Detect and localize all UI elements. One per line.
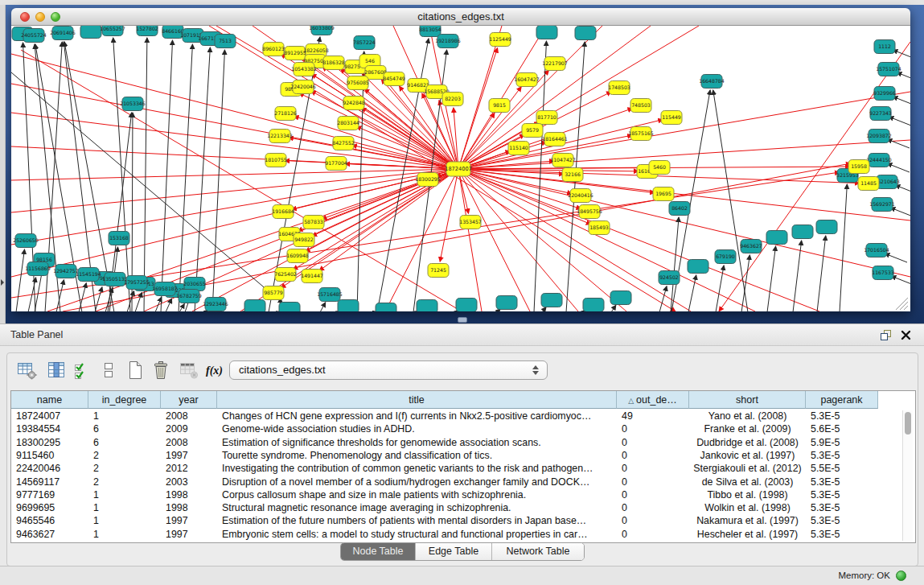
graph-node[interactable]: 12444150 — [866, 154, 892, 167]
table-row[interactable]: 946362711997Embryonic stem cells: a mode… — [11, 528, 915, 541]
graph-node[interactable]: 12093872 — [866, 130, 892, 143]
column-header-title[interactable]: title — [217, 391, 617, 409]
tab-edge-table[interactable]: Edge Table — [416, 543, 492, 560]
table-row[interactable]: 911546021997Tourette syndrome. Phenomeno… — [11, 449, 915, 462]
graph-node[interactable]: 7625402 — [274, 268, 297, 282]
table-row[interactable]: 969969511998Structural magnetic resonanc… — [11, 501, 915, 514]
graph-node[interactable]: 18575165 — [628, 127, 654, 141]
graph-node[interactable]: 11485 — [858, 177, 879, 191]
graph-node[interactable]: 949822 — [294, 233, 314, 247]
row-view-icon[interactable] — [97, 360, 119, 381]
graph-node[interactable]: 12923446 — [203, 298, 228, 311]
graph-node[interactable]: 9242848 — [343, 97, 365, 110]
graph-node[interactable] — [417, 300, 437, 312]
graph-node[interactable] — [816, 220, 837, 234]
graph-node[interactable] — [376, 303, 396, 312]
graph-node[interactable]: 748503 — [630, 99, 651, 113]
graph-node[interactable] — [80, 26, 101, 39]
graph-node[interactable]: 18164461 — [542, 133, 568, 146]
graph-node[interactable] — [575, 27, 596, 40]
graph-node[interactable]: 1748503 — [608, 81, 630, 95]
graph-node[interactable]: 15716485 — [317, 288, 343, 302]
graph-node[interactable]: 32166 — [562, 168, 583, 182]
graph-node[interactable]: 817710 — [536, 111, 557, 125]
column-header-out_degree[interactable]: △out_de… — [617, 391, 689, 409]
graph-node[interactable]: 22420046 — [290, 80, 316, 94]
graph-node[interactable]: 8427552 — [332, 137, 355, 150]
table-row[interactable]: 1830029562008Estimation of significance … — [11, 436, 915, 449]
graph-node[interactable] — [279, 303, 300, 312]
graph-node[interactable]: 25260650 — [13, 234, 39, 248]
graph-node[interactable]: 185493 — [589, 221, 610, 235]
graph-node[interactable]: 2718126 — [274, 107, 297, 121]
tab-network-table[interactable]: Network Table — [492, 543, 584, 560]
graph-node[interactable] — [541, 294, 562, 307]
graph-node[interactable]: 15958 — [848, 160, 869, 174]
vertical-scrollbar[interactable] — [902, 410, 913, 541]
network-window[interactable]: citations_edges.txt 24055724206914061065… — [11, 8, 910, 311]
graph-node[interactable]: 8960123 — [262, 43, 285, 56]
function-builder-icon[interactable]: f(x) — [203, 360, 225, 381]
table-row[interactable]: 977716911998Corpus callosum shape and si… — [11, 488, 915, 501]
graph-node[interactable]: 21053346 — [120, 97, 146, 111]
graph-node[interactable]: 115140 — [508, 142, 529, 155]
graph-node[interactable]: 8186328 — [322, 56, 345, 70]
graph-node[interactable]: 5460 — [649, 161, 670, 175]
graph-node[interactable]: 24055724 — [21, 29, 47, 43]
window-titlebar[interactable]: citations_edges.txt — [11, 8, 910, 26]
graph-node[interactable]: 9815 — [489, 99, 510, 113]
graph-node[interactable] — [688, 260, 708, 274]
graph-node[interactable] — [338, 300, 359, 312]
graph-node[interactable]: 18724007 — [445, 162, 472, 176]
graph-node[interactable]: 985779 — [263, 286, 284, 300]
graph-node[interactable]: 924502 — [659, 271, 680, 285]
column-header-year[interactable]: year — [161, 391, 217, 409]
graph-node[interactable]: 71245 — [428, 264, 449, 278]
column-header-pagerank[interactable]: pagerank — [806, 391, 878, 409]
graph-node[interactable]: 12942757 — [53, 265, 79, 278]
graph-node[interactable]: 12217907 — [542, 57, 568, 71]
graph-node[interactable]: 18495756 — [577, 205, 602, 219]
table-row[interactable]: 1456911722003Disruption of a novel membe… — [11, 476, 915, 488]
graph-node[interactable]: 1609948 — [286, 249, 309, 263]
new-table-icon[interactable] — [124, 360, 146, 381]
graph-node[interactable]: 1112 — [874, 40, 895, 54]
graph-node[interactable]: 9329966 — [873, 87, 896, 101]
close-panel-button[interactable] — [900, 329, 912, 341]
graph-node[interactable]: 8813054 — [419, 26, 441, 37]
graph-node[interactable]: 19695 — [653, 187, 674, 201]
graph-node[interactable] — [496, 296, 517, 310]
graph-node[interactable]: 15751074 — [876, 63, 901, 76]
graph-node[interactable]: 1125449 — [489, 33, 511, 47]
table-row[interactable]: 2242004622012Investigating the contribut… — [11, 462, 915, 475]
splitter-arrow-icon[interactable] — [1, 279, 4, 286]
graph-node[interactable]: 1810755 — [265, 154, 287, 167]
graph-node[interactable]: 9579 — [522, 124, 543, 138]
graph-node[interactable]: 587833 — [303, 216, 324, 229]
graph-node[interactable]: 17016504 — [864, 244, 889, 257]
graph-node[interactable]: 115449 — [661, 111, 682, 125]
graph-node[interactable]: 11545194 — [76, 268, 101, 282]
import-table-icon[interactable] — [178, 360, 199, 381]
select-all-icon[interactable] — [72, 360, 93, 381]
graph-node[interactable]: 2030655 — [183, 278, 206, 291]
graph-node[interactable]: 11156869 — [25, 262, 51, 276]
graph-node[interactable]: 8454749 — [383, 72, 405, 86]
table-settings-icon[interactable] — [15, 360, 37, 381]
graph-node[interactable] — [456, 299, 477, 312]
graph-node[interactable]: 9756085 — [347, 76, 369, 90]
graph-node[interactable]: 10655257 — [100, 26, 125, 36]
graph-node[interactable]: 16047427 — [514, 73, 540, 87]
graph-node[interactable]: 2803144 — [337, 117, 359, 130]
graph-node[interactable]: 15692971 — [869, 198, 895, 212]
network-canvas[interactable]: 2405572420691406106552571527802846616010… — [11, 26, 910, 311]
graph-node[interactable]: 16958187 — [152, 282, 178, 296]
graph-node[interactable]: 1167533 — [872, 266, 894, 280]
graph-node[interactable]: 1916684 — [272, 205, 294, 219]
graph-node[interactable]: 16033809 — [309, 26, 335, 35]
table-row[interactable]: 1938455462009Genome-wide association stu… — [11, 422, 915, 435]
graph-node[interactable]: 12213343 — [267, 130, 293, 143]
graph-node[interactable]: 9177004 — [325, 157, 347, 171]
resize-grip-icon[interactable] — [896, 298, 908, 310]
graph-node[interactable] — [610, 291, 631, 305]
